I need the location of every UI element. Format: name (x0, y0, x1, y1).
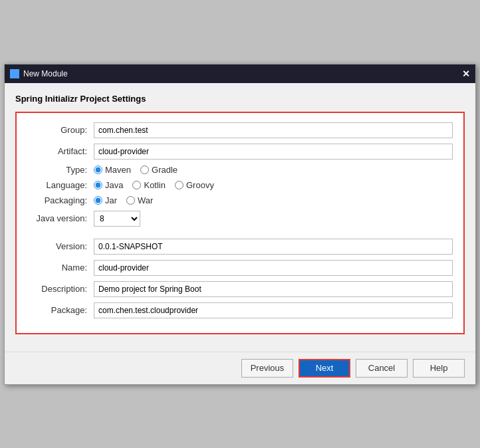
next-button[interactable]: Next (299, 359, 350, 378)
type-maven-radio[interactable] (94, 166, 102, 174)
cancel-button[interactable]: Cancel (356, 359, 408, 378)
packaging-radio-group: Jar War (94, 195, 153, 205)
description-input[interactable] (94, 281, 453, 297)
packaging-jar-option[interactable]: Jar (94, 195, 117, 205)
description-label: Description: (27, 284, 94, 294)
language-row: Language: Java Kotlin Groovy (27, 180, 453, 190)
language-kotlin-label: Kotlin (144, 180, 166, 190)
packaging-row: Packaging: Jar War (27, 195, 453, 205)
package-input[interactable] (94, 302, 453, 318)
version-input[interactable] (94, 239, 453, 255)
language-groovy-radio[interactable] (175, 181, 183, 189)
name-input[interactable] (94, 260, 453, 276)
type-maven-option[interactable]: Maven (94, 165, 131, 175)
svg-rect-0 (11, 70, 18, 77)
language-kotlin-radio[interactable] (132, 181, 141, 189)
type-row: Type: Maven Gradle (27, 165, 453, 175)
version-row: Version: (27, 239, 453, 255)
package-row: Package: (27, 302, 453, 318)
settings-box: Group: Artifact: Type: Maven G (15, 112, 465, 334)
dialog-title: New Module (23, 69, 68, 78)
type-gradle-label: Gradle (152, 165, 178, 175)
language-kotlin-option[interactable]: Kotlin (132, 180, 166, 190)
group-input[interactable] (94, 122, 453, 138)
language-groovy-option[interactable]: Groovy (175, 180, 214, 190)
title-bar-left: New Module (10, 69, 68, 78)
language-radio-group: Java Kotlin Groovy (94, 180, 214, 190)
group-row: Group: (27, 122, 453, 138)
java-version-row: Java version: 8 11 17 (27, 211, 453, 227)
packaging-war-option[interactable]: War (126, 195, 153, 205)
packaging-jar-label: Jar (105, 195, 117, 205)
type-maven-label: Maven (105, 165, 131, 175)
packaging-war-label: War (138, 195, 153, 205)
description-row: Description: (27, 281, 453, 297)
artifact-input[interactable] (94, 144, 453, 160)
group-label: Group: (27, 125, 94, 135)
java-version-label: Java version: (27, 213, 94, 223)
language-java-radio[interactable] (94, 181, 102, 189)
title-bar: New Module ✕ (5, 64, 475, 83)
module-icon (10, 69, 19, 78)
packaging-label: Packaging: (27, 195, 94, 205)
language-label: Language: (27, 180, 94, 190)
package-label: Package: (27, 305, 94, 315)
help-button[interactable]: Help (413, 359, 465, 378)
artifact-row: Artifact: (27, 144, 453, 160)
packaging-war-radio[interactable] (126, 196, 135, 205)
type-label: Type: (27, 165, 94, 175)
language-java-option[interactable]: Java (94, 180, 123, 190)
type-gradle-radio[interactable] (140, 166, 149, 174)
close-button[interactable]: ✕ (462, 69, 470, 78)
new-module-dialog: New Module ✕ Spring Initializr Project S… (4, 64, 476, 385)
dialog-content: Spring Initializr Project Settings Group… (5, 83, 475, 352)
packaging-jar-radio[interactable] (94, 196, 102, 205)
java-version-select[interactable]: 8 11 17 (94, 211, 140, 227)
version-label: Version: (27, 241, 94, 251)
section-title: Spring Initializr Project Settings (15, 94, 465, 104)
language-java-label: Java (105, 180, 123, 190)
previous-button[interactable]: Previous (241, 359, 293, 378)
button-bar: Previous Next Cancel Help (5, 352, 475, 384)
language-groovy-label: Groovy (186, 180, 214, 190)
type-gradle-option[interactable]: Gradle (140, 165, 178, 175)
name-row: Name: (27, 260, 453, 276)
artifact-label: Artifact: (27, 146, 94, 156)
name-label: Name: (27, 263, 94, 273)
type-radio-group: Maven Gradle (94, 165, 178, 175)
